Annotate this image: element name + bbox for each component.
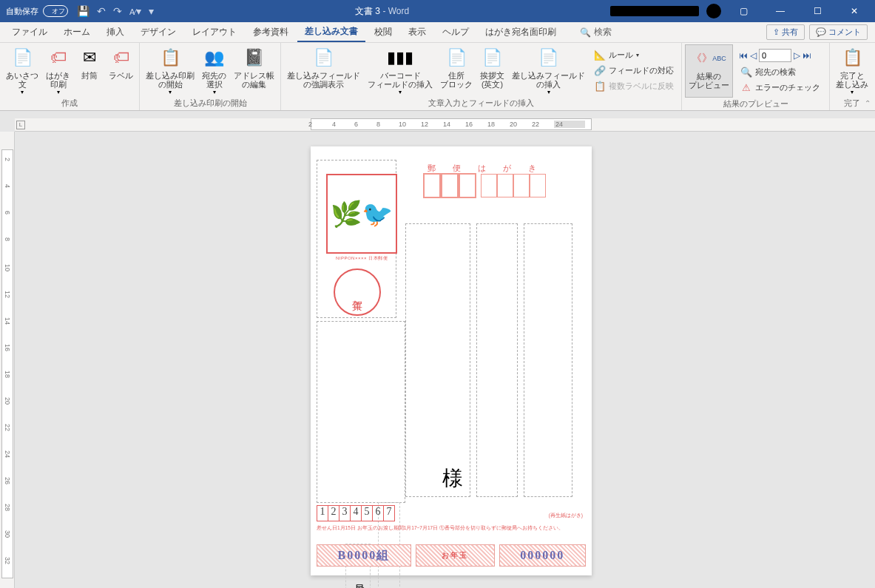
document-canvas[interactable]: 郵 便 は が き 🌿🐦 NIPPON×××× 日本郵便 年賀 様 東京都大田区… (15, 132, 875, 588)
group-create-label: 作成 (3, 97, 136, 110)
ruler-mark: 10 (399, 121, 406, 128)
ribbon-display-icon[interactable]: ▢ (729, 0, 758, 22)
tab-design[interactable]: デザイン (133, 23, 183, 41)
ruler-mark: 10 (4, 264, 11, 271)
highlight-fields-button[interactable]: 📄差し込みフィールド の強調表示 (284, 44, 363, 97)
ruler-mark: 16 (465, 121, 473, 128)
page[interactable]: 郵 便 は が き 🌿🐦 NIPPON×××× 日本郵便 年賀 様 東京都大田区… (311, 146, 592, 575)
qat-customize-icon[interactable]: ▾ (149, 5, 154, 17)
ruler-mark: 22 (4, 424, 11, 431)
ruler-mark: 28 (4, 504, 11, 511)
tab-selector[interactable]: L (16, 121, 25, 129)
label-button[interactable]: 🏷ラベル (106, 44, 136, 97)
ribbon: 📄あいさつ 文▾ 🏷はがき 印刷▾ ✉封筒 🏷ラベル 作成 📋差し込み印刷 の開… (0, 43, 875, 111)
tab-home[interactable]: ホーム (56, 23, 98, 41)
recipient-address2-textbox[interactable] (476, 223, 518, 497)
start-merge-icon: 📋 (158, 46, 182, 70)
sender-postal-boxes[interactable]: 1 2 3 4 5 6 7 (317, 505, 394, 521)
tab-references[interactable]: 参考資料 (246, 23, 296, 41)
title-bar: 自動保存 オフ 💾 ↶ ↷ A⁄▾ ▾ 文書 3 - Word ▢ — ☐ ✕ (0, 0, 875, 22)
select-recipients-button[interactable]: 👥宛先の 選択▾ (199, 44, 229, 97)
preview-results-button[interactable]: 《》ABC結果の プレビュー (685, 44, 733, 98)
insert-field-button[interactable]: 📄差し込みフィールド の挿入▾ (509, 44, 588, 97)
tab-insert[interactable]: 挿入 (99, 23, 132, 41)
greeting-en-icon: 📄 (481, 46, 504, 70)
redo-icon[interactable]: ↷ (113, 5, 122, 17)
match-icon: 🔗 (594, 64, 606, 76)
rules-icon: 📐 (594, 49, 606, 61)
addressblock-icon: 📄 (445, 46, 468, 70)
search-box[interactable]: 🔍検索 (580, 26, 612, 38)
rules-button[interactable]: 📐ルール ▾ (591, 47, 677, 62)
search-icon: 🔍 (580, 27, 591, 38)
autosave-toggle[interactable]: 自動保存 オフ (6, 5, 68, 17)
match-fields-button[interactable]: 🔗フィールドの対応 (591, 63, 677, 78)
tab-help[interactable]: ヘルプ (435, 23, 476, 41)
maximize-icon[interactable]: ☐ (803, 0, 832, 22)
postal-header: 郵 便 は が き (428, 163, 544, 174)
lottery-number: 000000 (499, 544, 586, 567)
tab-hagaki[interactable]: はがき宛名面印刷 (478, 23, 564, 41)
app-name: - Word (382, 6, 409, 16)
collapse-ribbon-icon[interactable]: ⌃ (865, 99, 871, 107)
postcard-icon: 🏷 (47, 46, 70, 70)
save-icon[interactable]: 💾 (77, 5, 89, 17)
first-record-icon[interactable]: ⏮ (739, 50, 748, 61)
close-icon[interactable]: ✕ (839, 0, 869, 22)
comment-button[interactable]: 💬コメント (809, 24, 868, 40)
window-title: 文書 3 - Word (154, 5, 610, 18)
group-fields: 📄差し込みフィールド の強調表示 ▮▮▮バーコード フィールドの挿入▾ 📄住所 … (281, 43, 682, 110)
tab-file[interactable]: ファイル (4, 23, 55, 41)
update-labels-icon: 📋 (594, 80, 606, 92)
share-button[interactable]: ⇪共有 (766, 24, 805, 40)
comment-icon: 💬 (816, 27, 826, 37)
vertical-ruler[interactable]: 2 4 6 8 10 12 14 16 18 20 22 24 26 28 30… (0, 132, 15, 588)
postcard-print-button[interactable]: 🏷はがき 印刷▾ (43, 44, 73, 97)
group-start-label: 差し込み印刷の開始 (143, 97, 277, 110)
error-check-button[interactable]: ⚠エラーのチェック (737, 80, 823, 95)
insert-field-icon: 📄 (537, 46, 561, 70)
undo-icon[interactable]: ↶ (97, 5, 106, 17)
update-labels-button: 📋複数ラベルに反映 (591, 78, 677, 93)
envelope-button[interactable]: ✉封筒 (75, 44, 104, 97)
record-number-input[interactable] (759, 49, 791, 62)
user-avatar[interactable] (706, 4, 721, 18)
sender-textbox[interactable]: 東京都大田区暑中町二ー一二ー八 暑 中 太 郎 (317, 321, 405, 503)
horizontal-ruler[interactable]: L 2 4 6 8 10 12 14 16 18 20 22 24 (15, 118, 875, 132)
ruler-mark: 8 (4, 237, 11, 241)
ruler-mark: 30 (4, 530, 11, 538)
prev-record-icon[interactable]: ◁ (750, 50, 757, 61)
greeting-en-button[interactable]: 📄挨拶文 (英文) (477, 44, 507, 97)
group-start: 📋差し込み印刷 の開始▾ 👥宛先の 選択▾ 📓アドレス帳 の編集 差し込み印刷の… (140, 43, 281, 110)
recipients-icon: 👥 (203, 46, 226, 70)
minimize-icon[interactable]: — (766, 0, 795, 22)
tab-view[interactable]: 表示 (401, 23, 433, 41)
find-recipient-button[interactable]: 🔍宛先の検索 (737, 64, 823, 79)
barcode-field-button[interactable]: ▮▮▮バーコード フィールドの挿入▾ (365, 44, 436, 97)
edit-addressbook-button[interactable]: 📓アドレス帳 の編集 (231, 44, 277, 97)
ruler-mark: 18 (487, 121, 495, 128)
tab-layout[interactable]: レイアウト (185, 23, 244, 41)
ruler-mark: 12 (421, 121, 428, 128)
address-block-button[interactable]: 📄住所 ブロック (437, 44, 476, 97)
ruler-mark: 24 (554, 121, 585, 128)
account-redacted (610, 6, 699, 16)
tab-mailings[interactable]: 差し込み文書 (297, 22, 365, 42)
font-reflect-icon[interactable]: A⁄▾ (129, 5, 141, 17)
start-merge-button[interactable]: 📋差し込み印刷 の開始▾ (143, 44, 197, 97)
comment-label: コメント (828, 27, 861, 38)
next-record-icon[interactable]: ▷ (794, 50, 800, 61)
tab-review[interactable]: 校閲 (367, 23, 399, 41)
ruler-mark: 6 (4, 211, 11, 214)
nenga-seal: 年賀 (334, 268, 381, 316)
recipient-name-textbox[interactable] (405, 223, 470, 497)
stamp-textbox[interactable]: 🌿🐦 NIPPON×××× 日本郵便 年賀 (317, 160, 396, 318)
recipient-address1-textbox[interactable] (524, 223, 572, 497)
ruler-mark: 2 (4, 158, 11, 161)
ruler-mark: 6 (354, 121, 358, 128)
greeting-text-button[interactable]: 📄あいさつ 文▾ (3, 44, 41, 97)
last-record-icon[interactable]: ⏭ (803, 50, 811, 61)
finish-merge-button[interactable]: 📋完了と 差し込み▾ (833, 44, 871, 97)
recipient-postal-boxes[interactable] (423, 173, 546, 198)
sender-postal-digit: 4 (350, 505, 362, 521)
